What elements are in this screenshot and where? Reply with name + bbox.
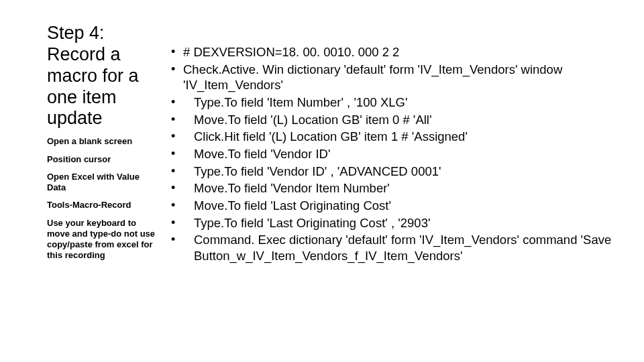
left-sub-2: Open Excel with Value Data (47, 172, 159, 194)
macro-line-6: Type.To field 'Vendor ID' , 'ADVANCED 00… (171, 164, 624, 180)
macro-line-4: Click.Hit field '(L) Location GB' item 1… (171, 129, 624, 145)
macro-line-9: Type.To field 'Last Originating Cost' , … (171, 215, 624, 231)
left-sub-0: Open a blank screen (47, 136, 159, 147)
macro-line-1: Check.Active. Win dictionary 'default' f… (171, 62, 624, 93)
macro-line-text: Type.To field 'Last Originating Cost' , … (183, 215, 430, 231)
slide: Step 4:Record a macro for a one item upd… (0, 0, 644, 362)
macro-line-text: Move.To field 'Last Originating Cost' (183, 198, 391, 214)
macro-line-text: Move.To field 'Vendor ID' (183, 146, 330, 162)
left-sub-1: Position cursor (47, 154, 159, 165)
macro-line-text: Check.Active. Win dictionary 'default' f… (183, 62, 624, 93)
left-sub-3: Tools-Macro-Record (47, 200, 159, 210)
macro-line-3: Move.To field '(L) Location GB' item 0 #… (171, 112, 624, 128)
macro-line-text: Move.To field '(L) Location GB' item 0 #… (183, 112, 431, 128)
macro-line-0: # DEXVERSION=18. 00. 0010. 000 2 2 (171, 44, 624, 60)
macro-line-text: Move.To field 'Vendor Item Number' (183, 180, 390, 196)
macro-line-text: Type.To field 'Item Number' , '100 XLG' (183, 95, 408, 111)
left-column: Step 4:Record a macro for a one item upd… (47, 23, 171, 362)
macro-line-text: Type.To field 'Vendor ID' , 'ADVANCED 00… (183, 164, 441, 180)
left-sub-4: Use your keyboard to move and type-do no… (47, 218, 159, 261)
macro-line-7: Move.To field 'Vendor Item Number' (171, 180, 624, 196)
macro-line-2: Type.To field 'Item Number' , '100 XLG' (171, 95, 624, 111)
macro-line-8: Move.To field 'Last Originating Cost' (171, 198, 624, 214)
macro-line-5: Move.To field 'Vendor ID' (171, 146, 624, 162)
macro-line-text: Command. Exec dictionary 'default' form … (183, 232, 624, 263)
right-column: # DEXVERSION=18. 00. 0010. 000 2 2Check.… (171, 23, 624, 362)
macro-list: # DEXVERSION=18. 00. 0010. 000 2 2Check.… (171, 44, 624, 264)
macro-line-text: # DEXVERSION=18. 00. 0010. 000 2 2 (183, 44, 399, 60)
macro-line-10: Command. Exec dictionary 'default' form … (171, 232, 624, 263)
step-title: Step 4:Record a macro for a one item upd… (47, 23, 159, 129)
macro-line-text: Click.Hit field '(L) Location GB' item 1… (183, 129, 468, 145)
